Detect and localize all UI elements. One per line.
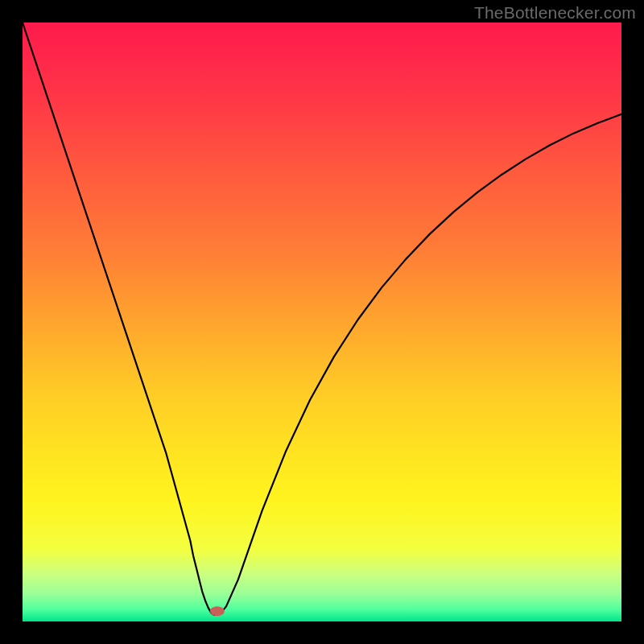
optimal-point-marker: [210, 606, 225, 616]
chart-frame: TheBottlenecker.com: [0, 0, 644, 644]
gradient-background: [23, 23, 621, 621]
chart-svg: [23, 23, 621, 621]
plot-area: [23, 23, 621, 621]
watermark-text: TheBottlenecker.com: [474, 3, 636, 23]
